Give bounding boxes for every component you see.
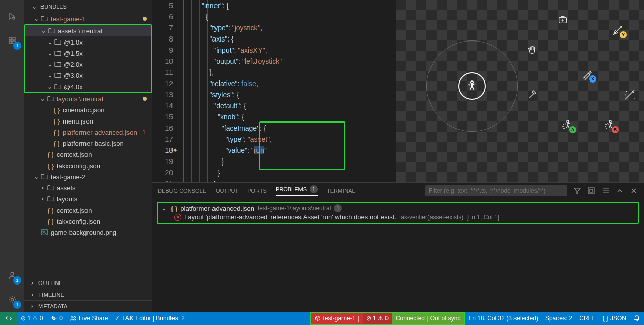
tree-row[interactable]: { }takxconfig.json [24,216,152,227]
tree-label: @1.0x [64,38,83,46]
tree-row[interactable]: { }takxconfig.json [24,160,152,171]
panel-tab-terminal[interactable]: TERMINAL [327,188,355,194]
problems-filter-input[interactable] [425,185,567,196]
tree-row[interactable]: ›assets [24,182,152,193]
problem-item[interactable]: ✕ Layout 'platformer-advanced' reference… [160,213,636,221]
joystick-preview[interactable] [426,40,518,132]
joystick-knob[interactable] [458,72,486,100]
error-icon: ✕ [174,214,181,221]
problem-path: test-game-1\layouts\neutral [257,205,331,212]
tree-row[interactable]: ⌄@2.0x [25,59,151,70]
tree-label: takxconfig.json [57,162,100,170]
tree-row[interactable]: { }context.json [24,205,152,216]
bundle-tree: ⌄test-game-1⌄assets \ neutral⌄@1.0x⌄@1.5… [24,13,152,277]
preview-pane: Y X A B [396,0,644,182]
chevron-up-icon[interactable] [616,187,624,195]
status-eol[interactable]: CRLF [576,312,598,325]
tree-row[interactable]: { }cinematic.json [24,104,152,115]
status-spaces[interactable]: Spaces: 2 [542,312,576,325]
tree-row[interactable]: { }platformer-basic.json [24,138,152,149]
sprint-icon[interactable]: B [603,119,616,131]
tree-row[interactable]: ⌄@1.0x [25,36,151,48]
tree-label: test-game-2 [51,173,85,181]
health-icon[interactable] [557,14,568,25]
tree-row[interactable]: { }platformer-advanced.json1 [24,127,152,138]
tree-label: test-game-1 [51,15,85,23]
status-errors[interactable]: ⊘ 1 ⚠ 0 [17,312,47,325]
remote-indicator[interactable] [0,312,17,325]
highlight-box-code [259,121,345,170]
dash-icon[interactable]: A [560,119,573,131]
account-icon[interactable]: 1 [0,263,24,288]
tree-row[interactable]: { }menu.json [24,115,152,127]
tree-label: game-background.png [51,229,116,236]
list-icon[interactable] [602,187,610,195]
tree-row[interactable]: ⌄test-game-1 [24,13,152,24]
arrow-icon[interactable]: Y [612,24,624,36]
gear-badge: 1 [13,301,21,309]
code-editor[interactable]: 56789101112131415161718192021 "inner": [… [152,0,396,182]
tree-row[interactable]: ⌄layouts \ neutral [24,93,152,104]
sidebar-section-outline[interactable]: ›OUTLINE [24,277,152,289]
problem-highlight-box: ⌄ { } platformer-advanced.json test-game… [157,202,639,224]
status-lang[interactable]: { } JSON [599,312,630,325]
status-bundle-errors[interactable]: ⊘ 1 ⚠ 0 [363,313,392,324]
status-bell-icon[interactable] [630,312,644,325]
tree-label: @1.5x [64,50,83,57]
close-icon[interactable] [630,187,638,195]
tree-label: platformer-basic.json [63,140,124,147]
sword-icon[interactable]: X [581,68,593,80]
tree-row[interactable]: ⌄test-game-2 [24,171,152,182]
status-liveshare[interactable]: Live Share [66,312,111,325]
assets-highlight: ⌄assets \ neutral⌄@1.0x⌄@1.5x⌄@2.0x⌄@3.0… [24,24,152,93]
status-tak[interactable]: ✓ TAK Editor | Bundles: 2 [111,312,188,325]
sidebar-section-header[interactable]: ⌄BUNDLES [24,0,152,13]
svg-rect-3 [9,41,12,44]
extensions-badge: 1 [13,42,21,50]
status-bundle[interactable]: test-game-1 | [311,313,362,324]
tree-row[interactable]: ⌄@4.0x [25,81,151,92]
gear-icon[interactable]: 1 [0,288,24,312]
activity-bar: 1 1 1 [0,0,24,312]
tree-label: menu.json [63,117,93,125]
problem-file-count: 1 [334,204,342,212]
svg-point-16 [71,317,73,319]
hand-icon[interactable] [527,45,538,56]
tree-label: cinematic.json [63,106,104,114]
panel-tabs: DEBUG CONSOLEOUTPUTPORTSPROBLEMS1TERMINA… [152,183,644,199]
status-sync[interactable]: Connected | Out of sync [392,313,464,324]
sparkle-icon[interactable] [624,89,636,101]
problem-source: tak-verifier(asset-exists) [399,214,463,221]
extensions-icon[interactable]: 1 [0,28,24,53]
tree-row[interactable]: { }context.json [24,149,152,160]
tree-row[interactable]: ⌄assets \ neutral [25,25,151,36]
svg-point-0 [13,17,15,19]
panel-tab-output[interactable]: OUTPUT [216,188,238,194]
tree-label: takxconfig.json [57,218,100,225]
filter-icon[interactable] [573,187,581,195]
run-debug-icon[interactable] [0,4,24,28]
tree-row[interactable]: ⌄@1.5x [25,48,151,59]
tree-row[interactable]: game-background.png [24,227,152,238]
svg-point-12 [609,120,611,123]
tree-label: context.json [57,207,92,214]
tree-label: @2.0x [64,61,83,68]
panel-tab-debug-console[interactable]: DEBUG CONSOLE [158,188,206,194]
tree-label: assets \ neutral [58,27,102,35]
panel-tab-ports[interactable]: PORTS [247,188,267,194]
collapse-icon[interactable] [587,187,595,195]
status-cursor[interactable]: Ln 18, Col 32 (3 selected) [465,312,541,325]
tree-row[interactable]: ⌄@3.0x [25,70,151,81]
status-ports[interactable]: 0 [47,312,66,325]
editor-area: 56789101112131415161718192021 "inner": [… [152,0,644,312]
svg-point-9 [471,81,473,83]
axe-icon[interactable] [527,89,538,100]
svg-rect-14 [590,189,593,192]
sidebar-section-timeline[interactable]: ›TIMELINE [24,289,152,300]
tree-label: @3.0x [64,72,83,79]
svg-rect-1 [9,37,12,40]
problem-file-row[interactable]: ⌄ { } platformer-advanced.json test-game… [160,204,636,212]
tree-row[interactable]: ›layouts [24,193,152,205]
sidebar-section-metadata[interactable]: ›METADATA [24,300,152,312]
panel-tab-problems[interactable]: PROBLEMS1 [276,185,318,196]
